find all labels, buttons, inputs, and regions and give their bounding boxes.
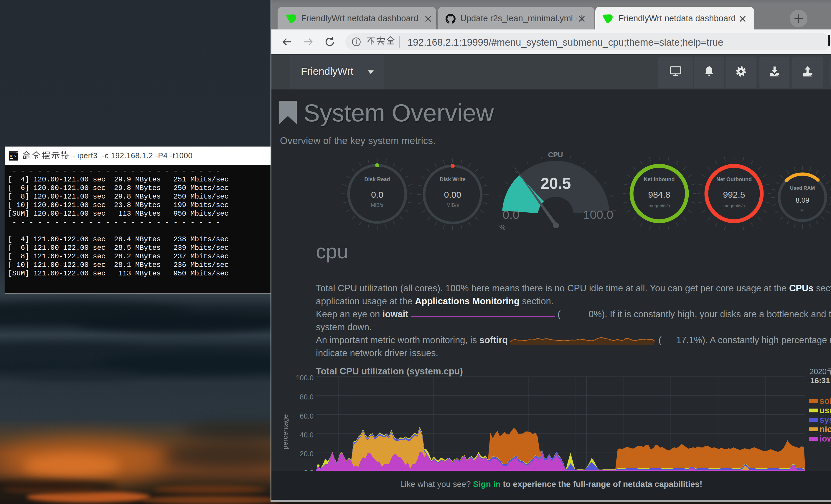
svg-text:C:\: C:\ [10, 154, 16, 158]
